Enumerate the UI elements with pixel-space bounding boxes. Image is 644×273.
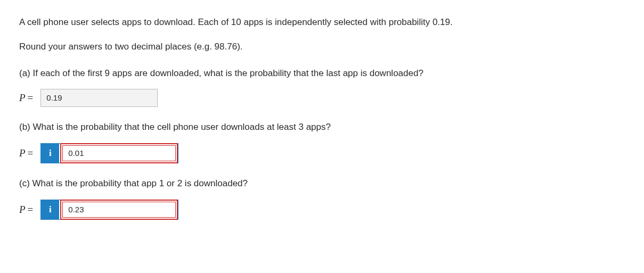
part-c-answer-input[interactable]: 0.23 (62, 202, 176, 218)
info-icon[interactable]: i (41, 144, 59, 163)
part-c-prompt: (c) What is the probability that app 1 o… (19, 177, 625, 190)
part-b-prompt: (b) What is the probability that the cel… (19, 121, 625, 134)
part-a-row: P= 0.19 (19, 89, 625, 107)
part-a-prompt: (a) If each of the first 9 apps are down… (19, 67, 625, 80)
part-b-row: P= i 0.01 (19, 143, 625, 163)
p-equals-label: P= (19, 91, 33, 105)
p-variable: P (19, 204, 26, 215)
part-c-row: P= i 0.23 (19, 200, 625, 220)
equals-sign: = (28, 147, 34, 159)
equals-sign: = (28, 204, 34, 215)
part-a-answer-input[interactable]: 0.19 (40, 89, 158, 107)
info-icon[interactable]: i (41, 200, 59, 219)
part-b-answer-input[interactable]: 0.01 (62, 145, 176, 161)
intro-line-2: Round your answers to two decimal places… (19, 40, 625, 53)
p-equals-label: P= (19, 203, 33, 217)
part-c-answer-group: i 0.23 (40, 200, 178, 220)
intro-line-1: A cell phone user selects apps to downlo… (19, 16, 625, 29)
equals-sign: = (28, 92, 34, 103)
p-variable: P (19, 92, 26, 103)
p-variable: P (19, 147, 26, 159)
p-equals-label: P= (19, 146, 33, 161)
part-b-answer-group: i 0.01 (40, 143, 178, 163)
